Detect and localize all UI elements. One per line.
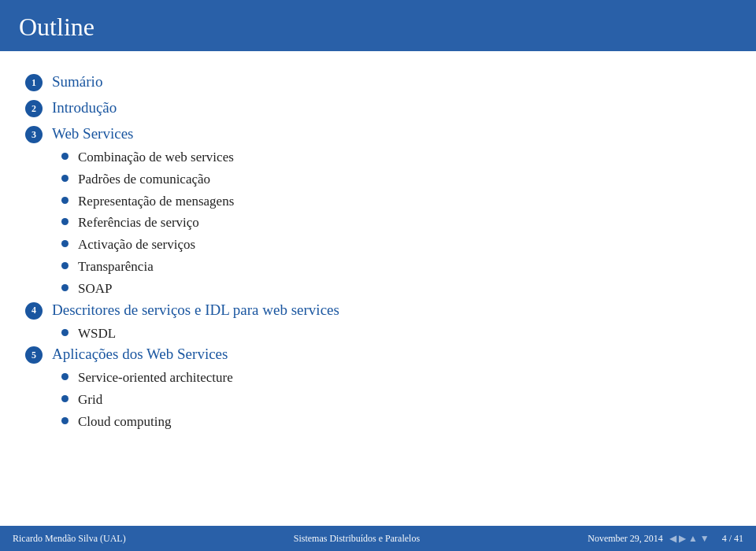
- section-badge-2: 2: [25, 100, 43, 117]
- section-item-3: 3 Web Services: [25, 125, 731, 143]
- sub-item-3-2: Padrões de comunicação: [61, 170, 731, 189]
- header-bar: Outline: [0, 0, 756, 51]
- section-label-2: Introdução: [52, 99, 117, 116]
- sub-item-3-5: Activação de serviços: [61, 235, 731, 254]
- footer-page: 4 / 41: [722, 533, 743, 545]
- footer-title: Sistemas Distribuídos e Paralelos: [294, 533, 420, 545]
- sub-label-5-3: Cloud computing: [78, 412, 172, 431]
- sub-label-3-6: Transparência: [78, 257, 154, 276]
- nav-icons[interactable]: ◀ ▶ ▲ ▼: [669, 533, 710, 545]
- section-label-3: Web Services: [52, 125, 133, 142]
- sub-label-3-7: SOAP: [78, 279, 112, 298]
- bullet-3-7: [61, 284, 69, 291]
- sub-label-4-1: WSDL: [78, 324, 116, 343]
- section-badge-4: 4: [25, 302, 43, 320]
- bullet-3-2: [61, 175, 69, 182]
- section-label-1: Sumário: [52, 73, 102, 91]
- bullet-3-4: [61, 218, 69, 225]
- section-badge-3: 3: [25, 126, 43, 143]
- bullet-3-1: [61, 153, 69, 160]
- section-4-sublist: WSDL: [61, 324, 731, 343]
- section-3-sublist: Combinação de web services Padrões de co…: [61, 148, 731, 298]
- sub-item-3-7: SOAP: [61, 279, 731, 298]
- sub-item-5-2: Grid: [61, 390, 731, 409]
- bullet-5-3: [61, 417, 69, 424]
- bullet-4-1: [61, 329, 69, 336]
- footer-author: Ricardo Mendão Silva (UAL): [13, 533, 126, 545]
- nav-up-icon[interactable]: ▲: [688, 533, 698, 545]
- bullet-3-6: [61, 262, 69, 269]
- footer-date: November 29, 2014: [587, 533, 663, 545]
- section-item-5: 5 Aplicações dos Web Services: [25, 346, 731, 364]
- sub-label-3-3: Representação de mensagens: [78, 192, 234, 211]
- section-5-sublist: Service-oriented architecture Grid Cloud…: [61, 368, 731, 431]
- bullet-5-1: [61, 373, 69, 380]
- section-item-2: 2 Introdução: [25, 99, 731, 117]
- sub-item-3-1: Combinação de web services: [61, 148, 731, 167]
- section-item-1: 1 Sumário: [25, 73, 731, 91]
- section-label-4: Descritores de serviços e IDL para web s…: [52, 301, 339, 319]
- sub-label-3-5: Activação de serviços: [78, 235, 195, 254]
- section-item-4: 4 Descritores de serviços e IDL para web…: [25, 301, 731, 320]
- sub-item-5-1: Service-oriented architecture: [61, 368, 731, 387]
- sub-label-3-2: Padrões de comunicação: [78, 170, 210, 189]
- main-content: 1 Sumário 2 Introdução 3 Web Services Co…: [0, 51, 756, 526]
- section-badge-5: 5: [25, 346, 43, 364]
- nav-down-icon[interactable]: ▼: [700, 533, 710, 545]
- sub-item-4-1: WSDL: [61, 324, 731, 343]
- section-badge-1: 1: [25, 74, 43, 91]
- sub-item-3-4: Referências de serviço: [61, 213, 731, 232]
- nav-left-icon[interactable]: ◀: [669, 533, 676, 545]
- bullet-5-2: [61, 395, 69, 402]
- sub-label-5-2: Grid: [78, 390, 102, 409]
- bullet-3-5: [61, 240, 69, 247]
- nav-right-icon[interactable]: ▶: [679, 533, 686, 545]
- sub-item-5-3: Cloud computing: [61, 412, 731, 431]
- bullet-3-3: [61, 197, 69, 204]
- sub-item-3-6: Transparência: [61, 257, 731, 276]
- sub-label-3-4: Referências de serviço: [78, 213, 199, 232]
- sub-label-3-1: Combinação de web services: [78, 148, 234, 167]
- sub-item-3-3: Representação de mensagens: [61, 192, 731, 211]
- page-title: Outline: [19, 13, 94, 41]
- footer-bar: Ricardo Mendão Silva (UAL) Sistemas Dist…: [0, 526, 756, 551]
- section-label-5: Aplicações dos Web Services: [52, 346, 228, 363]
- footer-right-area: November 29, 2014 ◀ ▶ ▲ ▼ 4 / 41: [587, 533, 743, 545]
- sub-label-5-1: Service-oriented architecture: [78, 368, 233, 387]
